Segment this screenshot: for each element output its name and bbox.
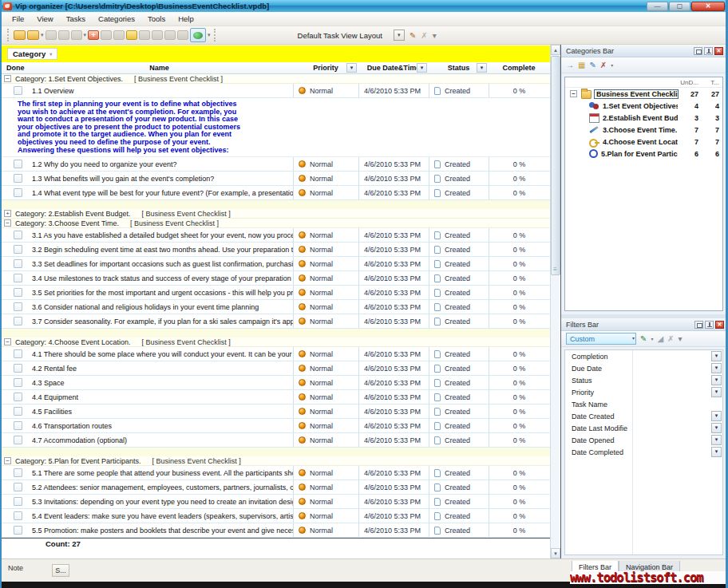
done-checkbox[interactable] — [14, 483, 22, 491]
new-database-icon[interactable] — [14, 30, 26, 40]
done-checkbox[interactable] — [14, 302, 22, 311]
pin-filters-icon[interactable] — [705, 321, 714, 329]
task-row[interactable]: 5.4 Event leaders: make sure you have ev… — [2, 509, 550, 523]
done-checkbox[interactable] — [14, 468, 22, 477]
close-button[interactable]: ✕ — [691, 2, 725, 11]
done-checkbox[interactable] — [14, 317, 22, 326]
task-row[interactable]: 3.5 Set priorities for the most importan… — [2, 286, 550, 300]
collapse-group-icon[interactable]: − — [4, 219, 11, 227]
delete-layout-icon[interactable]: ✗ — [421, 31, 427, 40]
column-done[interactable]: Done — [2, 62, 26, 73]
task-row[interactable]: 3.4 Use milestones to track status and s… — [2, 271, 550, 286]
total-column-header[interactable]: T... — [698, 79, 719, 86]
category-group-row[interactable]: +Category: 2.Establish Event Budget.[ Bu… — [2, 209, 550, 219]
group-by-category-chip[interactable]: Category ▾ — [7, 48, 57, 60]
due-date-filter-dropdown[interactable]: ▼ — [417, 63, 427, 73]
category-group-row[interactable]: −Category: 4.Choose Event Location.[ Bus… — [2, 337, 550, 347]
done-checkbox[interactable] — [14, 160, 22, 168]
done-checkbox[interactable] — [14, 436, 22, 444]
scrollbar-thumb[interactable] — [551, 56, 560, 275]
task-row[interactable]: 4.1 There should be some place where you… — [2, 347, 550, 361]
menu-file[interactable]: File — [6, 13, 30, 25]
task-row[interactable]: 4.5 FacilitiesNormal4/6/2010 5:33 PMCrea… — [2, 404, 550, 419]
delete-task-icon[interactable] — [113, 30, 125, 40]
task-row[interactable]: 1.4 What event type will be best for you… — [2, 186, 550, 200]
delete-category-icon[interactable]: ✗ — [600, 61, 607, 69]
collapse-group-icon[interactable]: − — [4, 338, 11, 345]
filter-dropdown-icon[interactable]: ▼ — [711, 375, 722, 385]
collapse-tree-icon[interactable]: − — [570, 90, 577, 97]
filter-dropdown-icon[interactable]: ▼ — [711, 447, 722, 457]
tree-item[interactable]: 1.Set Event Objectives.44 — [565, 100, 722, 112]
close-filters-icon[interactable]: ✕ — [715, 321, 724, 329]
task-row[interactable]: 5.1 There are some people that attend yo… — [2, 466, 550, 480]
menu-categories[interactable]: Categories — [93, 13, 140, 25]
task-row[interactable]: 1.2 Why do you need to organize your eve… — [2, 157, 550, 172]
collapse-panel-icon[interactable] — [694, 47, 702, 55]
tree-item[interactable]: 4.Choose Event Location.77 — [565, 136, 722, 148]
menu-tools[interactable]: Tools — [142, 13, 171, 25]
apply-filter-icon[interactable]: ✎ — [640, 335, 647, 343]
edit-task-icon[interactable] — [101, 30, 112, 40]
done-checkbox[interactable] — [14, 364, 22, 373]
categories-toolbar-more-icon[interactable]: ▾ — [611, 62, 613, 68]
done-checkbox[interactable] — [14, 526, 22, 535]
task-row[interactable]: 1.1 OverviewNormal4/6/2010 5:33 PMCreate… — [2, 84, 550, 98]
pin-panel-icon[interactable] — [704, 47, 713, 55]
done-checkbox[interactable] — [14, 407, 22, 416]
collapse-group-icon[interactable]: − — [4, 457, 11, 464]
task-row[interactable]: 4.4 EquipmentNormal4/6/2010 5:33 PMCreat… — [2, 390, 550, 404]
column-priority[interactable]: Priority▼ — [293, 62, 358, 73]
delete-filter-icon[interactable]: ✗ — [667, 335, 674, 343]
done-checkbox[interactable] — [14, 378, 22, 387]
layout-combo-icon[interactable]: ▾ — [394, 30, 405, 41]
task-row[interactable]: 3.6 Consider national and religious holi… — [2, 300, 550, 314]
category-group-row[interactable]: −Category: 5.Plan for Event Participants… — [2, 456, 550, 466]
filter-dropdown-icon[interactable]: ▼ — [711, 435, 722, 445]
done-checkbox[interactable] — [14, 174, 22, 183]
done-checkbox[interactable] — [14, 497, 22, 506]
task-row[interactable]: 5.3 Invitations: depending on your event… — [2, 495, 550, 509]
minimize-button[interactable]: — — [647, 2, 668, 11]
scroll-up-icon[interactable]: ▲ — [551, 45, 560, 55]
done-checkbox[interactable] — [14, 86, 22, 95]
menu-help[interactable]: Help — [172, 13, 200, 25]
column-name[interactable]: Name — [26, 62, 293, 73]
print-preview-icon-dropdown[interactable]: ▾ — [84, 32, 87, 38]
column-due-date[interactable]: Due Date&Time▼ — [358, 62, 429, 73]
print-preview-icon[interactable] — [71, 30, 82, 40]
filter-dropdown-icon[interactable]: ▼ — [711, 363, 722, 373]
open-database-icon[interactable] — [27, 30, 39, 40]
task-row[interactable]: 4.7 Accommodation (optional)Normal4/6/20… — [2, 433, 550, 448]
maximize-button[interactable]: ▢ — [669, 2, 690, 11]
clear-filter-icon[interactable]: ◢ — [657, 335, 663, 343]
assign-task-icon[interactable] — [177, 30, 188, 40]
done-checkbox[interactable] — [14, 393, 22, 401]
menu-view[interactable]: View — [31, 13, 58, 25]
task-row[interactable]: 1.3 What benefits will you gain at the e… — [2, 172, 550, 186]
expand-group-icon[interactable]: + — [4, 210, 11, 217]
add-task-icon[interactable]: + — [88, 30, 99, 40]
task-row[interactable]: 3.2 Begin scheduling event time at east … — [2, 243, 550, 257]
undone-column-header[interactable]: UnD... — [678, 79, 698, 86]
scroll-down-icon[interactable]: ▼ — [551, 548, 560, 558]
list-vertical-scrollbar[interactable]: ▲ ▼ — [550, 45, 560, 558]
add-category-icon[interactable]: ▦ — [578, 61, 585, 69]
edit-layout-icon[interactable]: ✎ — [410, 31, 416, 40]
done-checkbox[interactable] — [14, 288, 22, 297]
menu-tasks[interactable]: Tasks — [61, 13, 91, 25]
done-checkbox[interactable] — [14, 245, 22, 254]
title-bar[interactable]: Vip organizer [C:\Users\dmitry\Desktop\B… — [0, 0, 728, 12]
done-checkbox[interactable] — [14, 421, 22, 430]
move-task-icon[interactable] — [164, 30, 176, 40]
filter-dropdown-icon[interactable]: ▼ — [711, 423, 722, 433]
task-view-icon-dropdown[interactable]: ▾ — [208, 32, 211, 38]
notes-icon[interactable] — [126, 30, 137, 40]
filter-dropdown-icon[interactable]: ▼ — [711, 351, 722, 361]
tree-item[interactable]: 2.Establish Event Budget.33 — [565, 112, 722, 124]
print-icon[interactable] — [58, 30, 69, 40]
category-group-row[interactable]: −Category: 1.Set Event Objectives.[ Busi… — [2, 74, 550, 84]
done-checkbox[interactable] — [14, 188, 22, 197]
tree-item[interactable]: −Business Event Checklist2727 — [565, 88, 722, 100]
task-row[interactable]: 3.3 Set deadlines for important occasion… — [2, 257, 550, 271]
